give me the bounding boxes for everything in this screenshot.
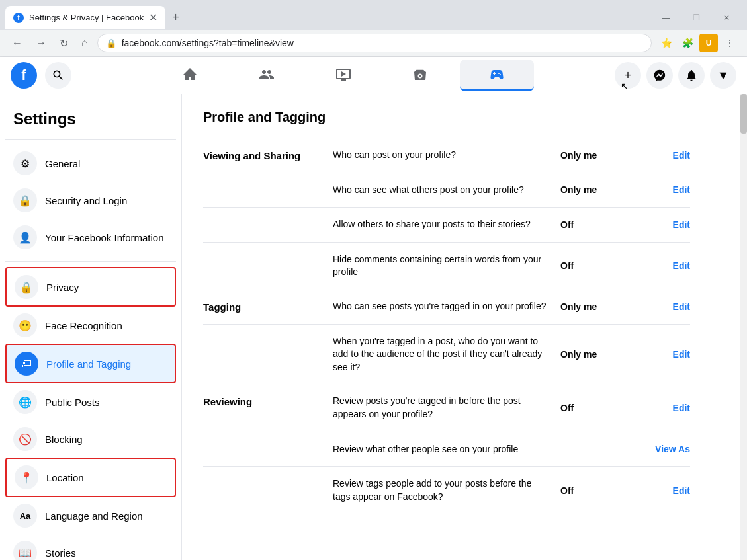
refresh-button[interactable]: ↻: [56, 34, 72, 52]
lock-icon: 🔒: [106, 38, 116, 48]
section-label-reviewing: Reviewing: [203, 395, 322, 407]
setting-description: When you're tagged in a post, who do you…: [333, 335, 550, 374]
notifications-button[interactable]: [678, 62, 705, 89]
section-label-empty: [203, 218, 322, 220]
setting-value: Off: [560, 220, 640, 230]
setting-value: Only me: [560, 184, 640, 195]
table-row: Review what other people see on your pro…: [203, 432, 690, 467]
scrollbar[interactable]: [740, 94, 747, 560]
edit-button[interactable]: Edit: [650, 260, 690, 271]
setting-description: Who can see what others post on your pro…: [333, 184, 550, 197]
setting-description: Review what other people see on your pro…: [333, 443, 550, 456]
edit-button[interactable]: Edit: [650, 220, 690, 230]
sidebar-item-profile-tagging[interactable]: 🏷 Profile and Tagging: [5, 344, 176, 383]
view-as-button[interactable]: View As: [650, 444, 690, 454]
viewing-sharing-section: Viewing and Sharing Who can post on your…: [203, 138, 690, 290]
restore-button[interactable]: ❐: [681, 7, 711, 28]
edit-button[interactable]: Edit: [650, 485, 690, 496]
sidebar-item-security[interactable]: 🔒 Security and Login: [5, 182, 176, 219]
puzzle-icon[interactable]: 🧩: [678, 34, 697, 52]
public-posts-icon: 🌐: [13, 390, 37, 414]
tab-title: Settings & Privacy | Facebook: [29, 13, 144, 22]
tagging-section: Tagging Who can see posts you're tagged …: [203, 290, 690, 384]
table-row: When you're tagged in a post, who do you…: [203, 325, 690, 385]
setting-value: Off: [560, 485, 640, 496]
edit-button[interactable]: Edit: [650, 301, 690, 312]
sidebar-label-location: Location: [46, 472, 84, 483]
minimize-button[interactable]: —: [650, 7, 681, 28]
sidebar-label-stories: Stories: [45, 547, 76, 559]
setting-description: Hide comments containing certain words f…: [333, 253, 550, 279]
gaming-icon: [489, 67, 505, 83]
url-bar[interactable]: 🔒 facebook.com/settings?tab=timeline&vie…: [97, 34, 652, 52]
window-controls: — ❐ ✕: [650, 7, 742, 28]
forward-button[interactable]: →: [32, 34, 50, 52]
blocking-icon: 🚫: [13, 427, 37, 451]
sidebar-label-general: General: [45, 158, 80, 169]
setting-value: Only me: [560, 301, 640, 312]
nav-watch-button[interactable]: [306, 60, 380, 91]
edit-button[interactable]: Edit: [650, 150, 690, 161]
sidebar-item-privacy[interactable]: 🔒 Privacy: [5, 267, 176, 307]
sidebar-label-privacy: Privacy: [46, 282, 79, 293]
address-bar: ← → ↻ ⌂ 🔒 facebook.com/settings?tab=time…: [0, 30, 747, 56]
messenger-button[interactable]: [646, 62, 673, 89]
sidebar-item-blocking[interactable]: 🚫 Blocking: [5, 420, 176, 458]
create-button[interactable]: + ↖: [615, 62, 641, 89]
content-inner: Profile and Tagging Viewing and Sharing …: [182, 94, 711, 530]
facebook-logo[interactable]: f: [11, 62, 37, 89]
sidebar-label-blocking: Blocking: [45, 434, 83, 445]
search-button[interactable]: [45, 62, 71, 89]
search-icon: [52, 69, 65, 82]
sidebar-item-general[interactable]: ⚙ General: [5, 145, 176, 182]
edit-button[interactable]: Edit: [650, 349, 690, 360]
extensions-button[interactable]: ⭐: [657, 34, 676, 52]
sidebar-label-security: Security and Login: [45, 195, 127, 206]
watch-icon: [335, 67, 351, 83]
friends-icon: [259, 67, 275, 83]
setting-value: Off: [560, 260, 640, 271]
sidebar-item-face-recognition[interactable]: 😶 Face Recognition: [5, 307, 176, 344]
section-label-empty: [203, 253, 322, 255]
stories-icon: 📖: [13, 541, 37, 560]
sidebar-item-location[interactable]: 📍 Location: [5, 458, 176, 497]
security-icon: 🔒: [13, 188, 37, 212]
back-button[interactable]: ←: [8, 34, 26, 52]
language-icon: Aa: [13, 504, 37, 528]
cursor-icon: ↖: [621, 81, 635, 91]
sidebar-item-language[interactable]: Aa Language and Region: [5, 497, 176, 534]
settings-content: Profile and Tagging Viewing and Sharing …: [182, 94, 740, 560]
table-row: Reviewing Review posts you're tagged in …: [203, 384, 690, 432]
nav-friends-button[interactable]: [230, 60, 304, 91]
tab-close-button[interactable]: ✕: [149, 11, 157, 24]
scrollbar-thumb[interactable]: [740, 94, 747, 134]
section-label-empty: [203, 335, 322, 337]
facebook-navbar: f + ↖ ▼: [0, 57, 747, 94]
nav-marketplace-button[interactable]: [383, 60, 457, 91]
user-extension-icon[interactable]: U: [699, 34, 718, 52]
sidebar-item-facebook-info[interactable]: 👤 Your Facebook Information: [5, 219, 176, 256]
privacy-icon: 🔒: [15, 275, 38, 299]
nav-gaming-button[interactable]: [460, 60, 534, 91]
home-button[interactable]: ⌂: [77, 34, 92, 52]
sidebar-item-public-posts[interactable]: 🌐 Public Posts: [5, 383, 176, 420]
sidebar-divider-1: [5, 139, 176, 140]
table-row: Hide comments containing certain words f…: [203, 243, 690, 290]
close-button[interactable]: ✕: [711, 7, 742, 28]
sidebar-item-stories[interactable]: 📖 Stories: [5, 534, 176, 560]
menu-button[interactable]: ⋮: [721, 34, 739, 52]
general-icon: ⚙: [13, 151, 37, 175]
tab-favicon: f: [13, 13, 24, 23]
sidebar-label-facebook-info: Your Facebook Information: [45, 232, 164, 243]
section-label-tagging: Tagging: [203, 300, 322, 313]
nav-home-button[interactable]: [153, 60, 227, 91]
setting-description: Review posts you're tagged in before the…: [333, 395, 550, 420]
sidebar-title: Settings: [5, 104, 176, 134]
new-tab-button[interactable]: +: [167, 5, 185, 30]
account-menu-button[interactable]: ▼: [710, 62, 736, 89]
edit-button[interactable]: Edit: [650, 403, 690, 413]
setting-description: Who can post on your profile?: [333, 149, 550, 162]
setting-value: Only me: [560, 150, 640, 161]
active-tab[interactable]: f Settings & Privacy | Facebook ✕: [5, 6, 165, 29]
edit-button[interactable]: Edit: [650, 184, 690, 195]
